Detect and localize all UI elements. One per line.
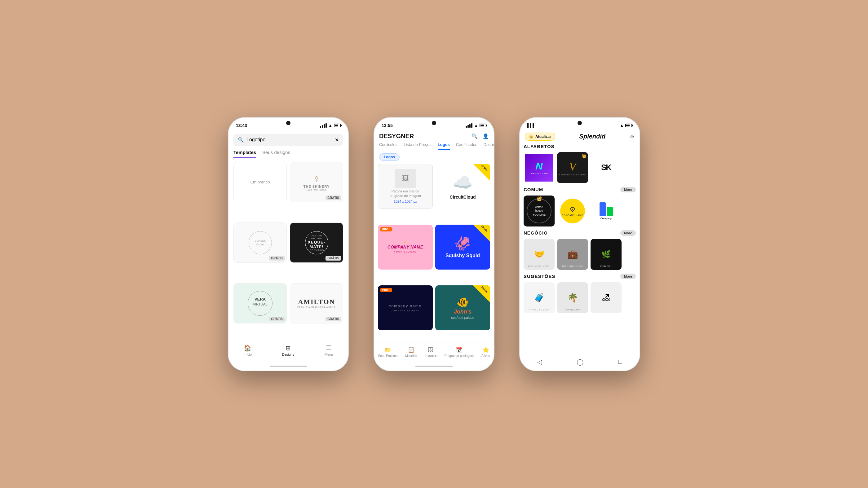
p1-card-amilton[interactable]: AMILTON CLÍNICA FISIOTERAPICA GRÁTIS (290, 283, 343, 323)
skinery-sub: Skin Hair Studio (307, 188, 327, 192)
squid-emoji: 🦑 (454, 235, 471, 252)
status-icons-3: ▲ (620, 123, 632, 128)
p2-card-johns[interactable]: Grátis 🐠 John's seafood palace (435, 285, 490, 330)
sug-card-1[interactable]: 🧳 TRAVEL AGENCY (524, 282, 555, 313)
update-button[interactable]: 👑 Atualizar (525, 133, 555, 141)
p2-logo: DESYGNER (379, 133, 414, 140)
neg-card-1[interactable]: 🤝 BUSINESS MEET (524, 239, 555, 270)
android-home-icon[interactable]: ◯ (577, 358, 583, 366)
comum-card-2[interactable]: ⚙ COMPANY NAME (557, 196, 588, 227)
crown-icon: 👑 (529, 134, 533, 139)
johns-name: John's (454, 308, 471, 315)
home-icon: 🏠 (244, 344, 251, 352)
neg-card-2[interactable]: 💼 INFO BUSINESS (557, 239, 588, 270)
blank-label: Em branco (250, 180, 270, 184)
modelos-icon: 📋 (408, 347, 414, 353)
sug-card-2[interactable]: 🌴 TRAVELLINN (557, 282, 588, 313)
account-icon[interactable]: 👤 (483, 133, 489, 139)
cards-row-negocio: 🤝 BUSINESS MEET 💼 INFO BUSINESS 🌿 IDEAL … (524, 239, 636, 270)
sug-card-3[interactable]: 🏖 (591, 282, 622, 313)
p1-card-blank[interactable]: Em branco (234, 162, 287, 202)
tab-curriculos[interactable]: Currículos (379, 142, 397, 150)
alfa-n-sub: COMPANY NAME (530, 172, 549, 174)
battery-1 (334, 124, 341, 127)
status-icons-1: ▲ (320, 123, 341, 128)
alfa-card-n[interactable]: N COMPANY NAME (524, 152, 555, 183)
p1-card-skinery[interactable]: ♀ THE SKINERY Skin Hair Studio GRÁTIS (290, 162, 343, 202)
p2-nav-ativos[interactable]: ⭐ Ativos (482, 347, 490, 358)
alfa-card-v[interactable]: 👑 V SEBASTIAN CLEMENTS (557, 152, 588, 183)
gear-yellow-icon: ⚙ (569, 205, 576, 214)
tab-logos[interactable]: Logos (438, 142, 450, 150)
gratis-badge-skinery: GRÁTIS (326, 196, 341, 200)
imagens-label: Imagens (425, 354, 436, 357)
p2-tabs: Currículos Lista de Preços Logos Certifi… (374, 142, 494, 150)
tab-documentos[interactable]: Documentos (484, 142, 494, 150)
p2-card-squishy[interactable]: Grátis 🦑 Squishy Squid (435, 225, 490, 269)
p1-card-guimaes[interactable]: GuimaesCarlos GRÁTIS (234, 223, 287, 263)
section-alfabetos: ALFABETOS N COMPANY NAME 👑 (520, 144, 640, 187)
alfa-v-letter: V (569, 160, 576, 173)
comum-card-1[interactable]: 👑 coffeehouseYOU LINE (524, 196, 555, 227)
comum-card-3[interactable]: Company (591, 196, 622, 227)
ativos-label: Ativos (482, 354, 490, 358)
guimaes-circle: GuimaesCarlos (249, 231, 272, 254)
more-button-comum[interactable]: More (620, 187, 636, 192)
title-negocio: NEGÓCIO (524, 230, 548, 235)
blank-size: 1024 x 1024 px (394, 199, 417, 203)
android-recents-icon[interactable]: □ (618, 358, 622, 365)
gratis-badge-amilton: GRÁTIS (326, 317, 341, 321)
p2-nav-projetos[interactable]: 📁 Seus Projetos (378, 347, 397, 358)
p2-nav-modelos[interactable]: 📋 Modelos (405, 347, 417, 358)
tab-templates[interactable]: Templates (234, 150, 256, 158)
android-back-icon[interactable]: ◁ (537, 358, 542, 366)
gear-icon[interactable]: ⚙ (630, 133, 634, 140)
signal-2 (466, 123, 472, 128)
alfa-sk-text: SK (601, 163, 611, 172)
p1-card-xeque[interactable]: DESIGN VIRTUAL XEQUE-MATE! LOGOMARCA GRÁ… (290, 223, 343, 263)
section-header-negocio: NEGÓCIO More (524, 230, 636, 236)
tab-certificados[interactable]: Certificados (456, 142, 477, 150)
star-icon: ⭐ (483, 347, 489, 353)
xeque-logo: DESIGN VIRTUAL XEQUE-MATE! LOGOMARCA (302, 228, 331, 258)
status-icons-2: ▲ (466, 123, 486, 128)
section-comum: COMUM More 👑 coffeehouseYOU LINE (520, 187, 640, 230)
beach-icon: 🏖 (602, 292, 610, 303)
tab-lista-precos[interactable]: Lista de Preços (404, 142, 432, 150)
nav-inicio[interactable]: 🏠 Início (244, 344, 252, 356)
p2-header: DESYGNER 🔍 👤 (374, 131, 494, 142)
more-button-sugestoes[interactable]: More (620, 273, 636, 279)
p2-card-circuit[interactable]: Grátis ☁️ CircuitCloud (435, 164, 490, 209)
p3-android-nav: ◁ ◯ □ (520, 355, 640, 370)
p1-card-vera[interactable]: VERA VIRTUAL — GRÁTIS (234, 283, 287, 323)
search-bar-1[interactable]: 🔍 ✕ (234, 134, 343, 146)
section-header-comum: COMUM More (524, 187, 636, 192)
p3-header: 👑 Atualizar Splendid ⚙ (520, 131, 640, 144)
projetos-label: Seus Projetos (378, 354, 397, 358)
neg-card-3[interactable]: 🌿 IDEAL TR... (591, 239, 622, 270)
suitcase-icon: 🧳 (534, 292, 545, 303)
p2-card-company-dark[interactable]: PRO+ company name COMPANY SLOGAN (378, 285, 433, 330)
gratis-badge-xeque: GRÁTIS (326, 256, 341, 261)
nav-menu[interactable]: ☰ Menu (324, 344, 333, 356)
filter-chip-logos[interactable]: Logos (379, 153, 400, 161)
search-input-1[interactable] (246, 137, 332, 142)
more-button-negocio[interactable]: More (620, 230, 636, 236)
search-icon-2[interactable]: 🔍 (471, 133, 478, 139)
vera-circle: VERA VIRTUAL — (248, 291, 273, 316)
p2-card-company-pink[interactable]: PRO+ 👑 COMPANY NAME YOUR SLOGAN (378, 225, 433, 269)
p2-card-blank[interactable]: 🖼 Página em brancoou grade de imagem 102… (378, 164, 433, 209)
company-dark-sub: COMPANY SLOGAN (391, 310, 420, 312)
menu-icon: ☰ (326, 344, 331, 352)
time-2: 13:55 (382, 123, 393, 128)
comum-1-text: coffeehouseYOU LINE (533, 205, 546, 217)
p2-nav-imagens[interactable]: 🖼 Imagens (425, 347, 436, 357)
skinery-brand: THE SKINERY (304, 185, 330, 188)
nav-designs[interactable]: ⊞ Designs (282, 344, 294, 356)
calendar-icon: 📅 (456, 347, 463, 353)
alfa-card-sk[interactable]: SK (591, 152, 622, 183)
tab-my-designs[interactable]: Seus designs (262, 150, 290, 158)
close-icon-1[interactable]: ✕ (335, 137, 339, 143)
home-indicator-2 (374, 362, 494, 370)
p2-nav-programar[interactable]: 📅 Programar postagem (444, 347, 474, 358)
